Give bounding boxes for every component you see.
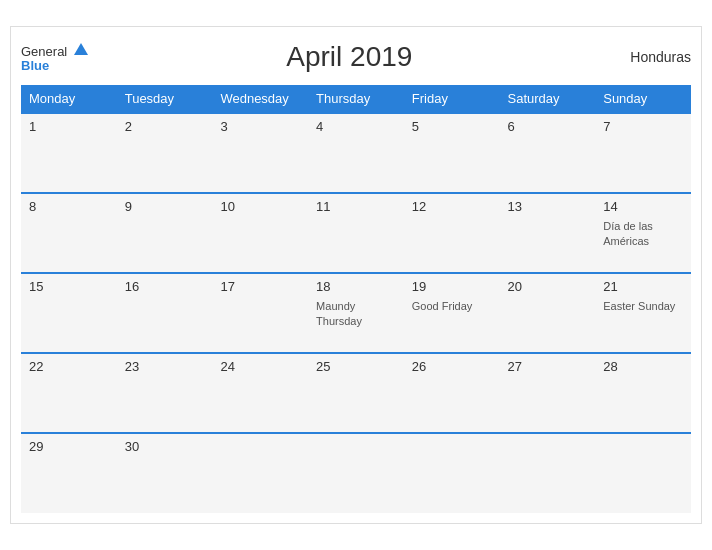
calendar-table: Monday Tuesday Wednesday Thursday Friday… bbox=[21, 85, 691, 513]
day-cell: 2 bbox=[117, 113, 213, 193]
week-row-4: 22232425262728 bbox=[21, 353, 691, 433]
day-number: 27 bbox=[508, 359, 588, 374]
header-friday: Friday bbox=[404, 85, 500, 113]
day-number: 3 bbox=[220, 119, 300, 134]
day-number: 28 bbox=[603, 359, 683, 374]
logo-triangle-icon bbox=[74, 43, 88, 55]
day-cell: 21Easter Sunday bbox=[595, 273, 691, 353]
calendar-header: General Blue April 2019 Honduras bbox=[21, 37, 691, 77]
day-cell: 8 bbox=[21, 193, 117, 273]
header-monday: Monday bbox=[21, 85, 117, 113]
day-cell: 27 bbox=[500, 353, 596, 433]
event-label: Maundy Thursday bbox=[316, 300, 362, 327]
logo-general-text: General bbox=[21, 44, 67, 59]
header-thursday: Thursday bbox=[308, 85, 404, 113]
day-number: 19 bbox=[412, 279, 492, 294]
header-wednesday: Wednesday bbox=[212, 85, 308, 113]
header-saturday: Saturday bbox=[500, 85, 596, 113]
day-number: 29 bbox=[29, 439, 109, 454]
day-cell: 5 bbox=[404, 113, 500, 193]
day-cell: 17 bbox=[212, 273, 308, 353]
day-cell bbox=[212, 433, 308, 513]
day-number: 16 bbox=[125, 279, 205, 294]
day-cell: 18Maundy Thursday bbox=[308, 273, 404, 353]
day-cell: 28 bbox=[595, 353, 691, 433]
day-cell: 6 bbox=[500, 113, 596, 193]
day-cell: 7 bbox=[595, 113, 691, 193]
day-number: 17 bbox=[220, 279, 300, 294]
day-cell: 16 bbox=[117, 273, 213, 353]
day-number: 10 bbox=[220, 199, 300, 214]
day-cell: 3 bbox=[212, 113, 308, 193]
weekday-header-row: Monday Tuesday Wednesday Thursday Friday… bbox=[21, 85, 691, 113]
calendar-country: Honduras bbox=[611, 49, 691, 65]
week-row-5: 2930 bbox=[21, 433, 691, 513]
event-label: Día de las Américas bbox=[603, 220, 653, 247]
day-cell: 12 bbox=[404, 193, 500, 273]
day-number: 9 bbox=[125, 199, 205, 214]
day-number: 26 bbox=[412, 359, 492, 374]
day-cell: 25 bbox=[308, 353, 404, 433]
day-cell: 15 bbox=[21, 273, 117, 353]
day-number: 20 bbox=[508, 279, 588, 294]
day-cell: 30 bbox=[117, 433, 213, 513]
day-cell: 11 bbox=[308, 193, 404, 273]
day-number: 25 bbox=[316, 359, 396, 374]
calendar-wrapper: General Blue April 2019 Honduras Monday … bbox=[10, 26, 702, 524]
day-number: 21 bbox=[603, 279, 683, 294]
day-number: 5 bbox=[412, 119, 492, 134]
day-cell bbox=[500, 433, 596, 513]
day-cell: 9 bbox=[117, 193, 213, 273]
day-number: 14 bbox=[603, 199, 683, 214]
day-cell: 26 bbox=[404, 353, 500, 433]
day-number: 22 bbox=[29, 359, 109, 374]
week-row-3: 15161718Maundy Thursday19Good Friday2021… bbox=[21, 273, 691, 353]
event-label: Good Friday bbox=[412, 300, 473, 312]
day-cell: 1 bbox=[21, 113, 117, 193]
week-row-1: 1234567 bbox=[21, 113, 691, 193]
day-number: 23 bbox=[125, 359, 205, 374]
day-number: 8 bbox=[29, 199, 109, 214]
day-cell bbox=[404, 433, 500, 513]
logo: General Blue bbox=[21, 43, 88, 72]
day-number: 6 bbox=[508, 119, 588, 134]
event-label: Easter Sunday bbox=[603, 300, 675, 312]
day-number: 24 bbox=[220, 359, 300, 374]
day-cell: 14Día de las Américas bbox=[595, 193, 691, 273]
day-cell: 29 bbox=[21, 433, 117, 513]
day-number: 18 bbox=[316, 279, 396, 294]
day-cell: 10 bbox=[212, 193, 308, 273]
day-number: 11 bbox=[316, 199, 396, 214]
day-cell: 13 bbox=[500, 193, 596, 273]
logo-blue-text: Blue bbox=[21, 59, 88, 72]
header-tuesday: Tuesday bbox=[117, 85, 213, 113]
day-number: 7 bbox=[603, 119, 683, 134]
day-number: 13 bbox=[508, 199, 588, 214]
day-cell: 20 bbox=[500, 273, 596, 353]
logo-general: General bbox=[21, 43, 88, 59]
calendar-title: April 2019 bbox=[88, 41, 611, 73]
day-cell: 22 bbox=[21, 353, 117, 433]
day-number: 30 bbox=[125, 439, 205, 454]
day-number: 1 bbox=[29, 119, 109, 134]
day-number: 15 bbox=[29, 279, 109, 294]
day-cell: 24 bbox=[212, 353, 308, 433]
day-cell bbox=[595, 433, 691, 513]
header-sunday: Sunday bbox=[595, 85, 691, 113]
day-cell: 4 bbox=[308, 113, 404, 193]
week-row-2: 891011121314Día de las Américas bbox=[21, 193, 691, 273]
day-cell: 23 bbox=[117, 353, 213, 433]
day-cell: 19Good Friday bbox=[404, 273, 500, 353]
day-number: 12 bbox=[412, 199, 492, 214]
day-number: 4 bbox=[316, 119, 396, 134]
day-number: 2 bbox=[125, 119, 205, 134]
day-cell bbox=[308, 433, 404, 513]
